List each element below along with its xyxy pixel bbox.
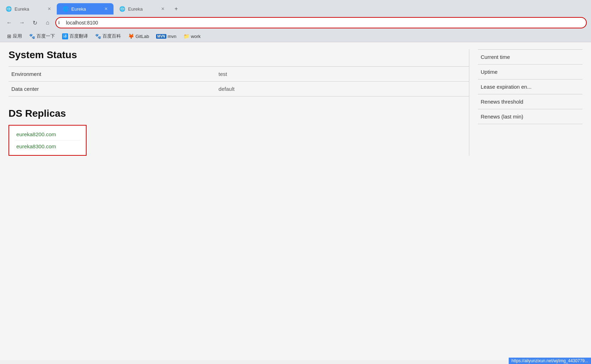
address-input[interactable] xyxy=(55,17,587,28)
tab-2-close[interactable]: ✕ xyxy=(104,6,108,11)
reload-button[interactable]: ↻ xyxy=(30,18,40,28)
status-bar: https://aliyunzixun.net/wj/img_4430779..… xyxy=(509,358,591,360)
tab-2-label: Eureka xyxy=(71,6,86,12)
bookmark-gitlab-label: GitLab xyxy=(136,34,149,39)
fanyi-icon: 译 xyxy=(62,33,68,39)
ds-replicas-title: DS Replicas xyxy=(9,108,469,119)
gitlab-icon: 🦊 xyxy=(128,33,134,39)
bookmark-mvn[interactable]: MVN mvn xyxy=(153,33,179,40)
replicas-box: eureka8200.com eureka8300.com xyxy=(9,125,87,156)
replica-link-1[interactable]: eureka8200.com xyxy=(15,128,80,140)
table-row: Current time xyxy=(478,50,582,65)
tab-3-label: Eureka xyxy=(128,6,143,12)
bookmark-apps-label: 应用 xyxy=(13,33,22,39)
replica-link-2[interactable]: eureka8300.com xyxy=(15,140,80,152)
datacenter-value: default xyxy=(216,82,469,96)
renews-threshold-label: Renews threshold xyxy=(478,94,582,109)
bookmark-fanyi[interactable]: 译 百度翻译 xyxy=(59,32,91,40)
tab-3-close[interactable]: ✕ xyxy=(161,6,165,11)
system-status-title: System Status xyxy=(9,49,469,61)
datacenter-label: Data center xyxy=(9,82,216,96)
right-section: Current time Uptime Lease expiration en.… xyxy=(469,49,582,156)
tab-3[interactable]: 🌐 Eureka ✕ xyxy=(114,3,170,15)
tab-2[interactable]: 🌐 Eureka ✕ xyxy=(57,3,114,15)
right-table: Current time Uptime Lease expiration en.… xyxy=(478,49,582,124)
baidu-icon: 🐾 xyxy=(29,33,35,39)
bookmark-fanyi-label: 百度翻译 xyxy=(70,33,88,39)
renews-last-min-label: Renews (last min) xyxy=(478,109,582,124)
uptime-label: Uptime xyxy=(478,65,582,79)
table-row: Environment test xyxy=(9,67,469,82)
baike-icon: 🐾 xyxy=(95,33,101,39)
tab-bar: 🌐 Eureka ✕ 🌐 Eureka ✕ 🌐 Eureka ✕ + xyxy=(0,0,591,15)
address-bar-container: ℹ xyxy=(55,17,587,28)
table-row: Uptime xyxy=(478,65,582,79)
browser-chrome: 🌐 Eureka ✕ 🌐 Eureka ✕ 🌐 Eureka ✕ + ← → ↻… xyxy=(0,0,591,42)
home-button[interactable]: ⌂ xyxy=(43,18,53,28)
table-row: Renews (last min) xyxy=(478,109,582,124)
apps-icon: ⊞ xyxy=(7,33,11,39)
bookmarks-bar: ⊞ 应用 🐾 百度一下 译 百度翻译 🐾 百度百科 🦊 GitLab MVN m… xyxy=(0,31,591,42)
current-time-label: Current time xyxy=(478,50,582,65)
bookmark-baidu[interactable]: 🐾 百度一下 xyxy=(26,32,58,40)
address-info-icon: ℹ xyxy=(58,20,60,25)
main-layout: System Status Environment test Data cent… xyxy=(9,49,582,156)
lease-expiration-label: Lease expiration en... xyxy=(478,79,582,94)
table-row: Lease expiration en... xyxy=(478,79,582,94)
bookmark-work-label: work xyxy=(191,34,200,39)
tab-1-label: Eureka xyxy=(15,6,29,12)
bookmark-baidu-label: 百度一下 xyxy=(37,33,55,39)
globe-icon-1: 🌐 xyxy=(6,6,12,12)
tab-1[interactable]: 🌐 Eureka ✕ xyxy=(0,3,57,15)
globe-icon-3: 🌐 xyxy=(119,6,125,12)
bookmark-gitlab[interactable]: 🦊 GitLab xyxy=(125,32,152,40)
left-section: System Status Environment test Data cent… xyxy=(9,49,469,156)
work-icon: 📁 xyxy=(183,33,189,39)
status-bar-text: https://aliyunzixun.net/wj/img_4430779..… xyxy=(512,358,588,360)
bookmark-baike[interactable]: 🐾 百度百科 xyxy=(92,32,124,40)
forward-button[interactable]: → xyxy=(17,18,27,28)
environment-label: Environment xyxy=(9,67,216,82)
bookmark-mvn-label: mvn xyxy=(168,34,177,39)
environment-value: test xyxy=(216,67,469,82)
table-row: Renews threshold xyxy=(478,94,582,109)
tab-1-close[interactable]: ✕ xyxy=(48,6,51,11)
address-bar-row: ← → ↻ ⌂ ℹ xyxy=(0,15,591,31)
globe-icon-2: 🌐 xyxy=(62,6,68,12)
mvn-icon: MVN xyxy=(156,34,166,39)
table-row: Data center default xyxy=(9,82,469,96)
bookmark-work[interactable]: 📁 work xyxy=(181,32,203,40)
bookmark-apps[interactable]: ⊞ 应用 xyxy=(4,32,25,40)
bookmark-baike-label: 百度百科 xyxy=(103,33,121,39)
new-tab-button[interactable]: + xyxy=(170,3,182,15)
back-button[interactable]: ← xyxy=(4,18,14,28)
status-table: Environment test Data center default xyxy=(9,66,469,96)
page-content: System Status Environment test Data cent… xyxy=(0,42,591,360)
